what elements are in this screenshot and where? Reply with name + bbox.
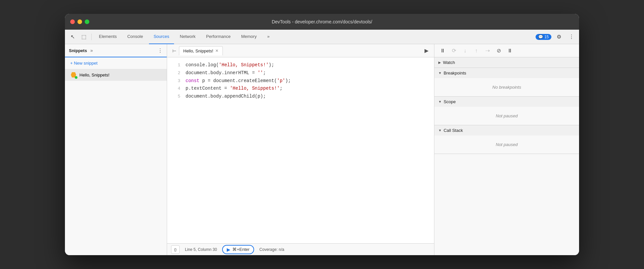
scope-not-paused-text: Not paused bbox=[440, 111, 574, 121]
traffic-lights bbox=[70, 19, 89, 24]
main-toolbar: ↖ ⬚ Elements Console Sources Network Per… bbox=[65, 30, 579, 44]
coverage-label: Coverage: n/a bbox=[259, 247, 284, 252]
scope-label: Scope bbox=[444, 99, 456, 104]
code-line-5: 5 document.body.appendChild(p); bbox=[167, 93, 434, 101]
pause-button[interactable]: ⏸ bbox=[438, 46, 447, 55]
divider bbox=[91, 34, 92, 40]
more-panels-icon[interactable]: » bbox=[89, 47, 94, 54]
badge-count: 15 bbox=[544, 35, 549, 39]
watch-arrow-icon: ▶ bbox=[438, 61, 441, 64]
tab-sources[interactable]: Sources bbox=[149, 30, 174, 44]
callstack-arrow-icon: ▼ bbox=[438, 129, 442, 132]
sidebar-header-icons: » bbox=[89, 47, 94, 54]
scope-body: Not paused bbox=[434, 107, 579, 125]
callstack-section: ▼ Call Stack Not paused bbox=[434, 125, 579, 154]
debugger-toolbar: ⏸ ⟳ ↓ ↑ ⇢ ⊘ ⏸ bbox=[434, 44, 579, 57]
code-text-4: p.textContent = 'Hello, Snippets!'; bbox=[186, 85, 282, 93]
editor-tab-label: Hello, Snippets! bbox=[183, 48, 213, 53]
code-text-1: console.log('Hello, Snippets!'); bbox=[186, 61, 274, 69]
code-text-2: document.body.innerHTML = ''; bbox=[186, 69, 266, 77]
pause-on-exceptions-button[interactable]: ⏸ bbox=[506, 46, 514, 55]
cursor-position: Line 5, Column 30 bbox=[185, 247, 217, 252]
snippet-dot bbox=[75, 76, 77, 79]
breakpoints-label: Breakpoints bbox=[444, 71, 466, 75]
play-icon: ▶ bbox=[227, 247, 230, 252]
watch-section: ▶ Watch bbox=[434, 57, 579, 68]
scope-section: ▼ Scope Not paused bbox=[434, 97, 579, 125]
more-options-icon[interactable]: ⋮ bbox=[567, 32, 576, 42]
devtools-window: DevTools - developer.chrome.com/docs/dev… bbox=[65, 14, 579, 255]
code-line-1: 1 console.log('Hello, Snippets!'); bbox=[167, 61, 434, 69]
watch-label: Watch bbox=[443, 60, 455, 65]
tab-console[interactable]: Console bbox=[123, 30, 148, 44]
code-line-4: 4 p.textContent = 'Hello, Snippets!'; bbox=[167, 85, 434, 93]
snippet-icon-wrap bbox=[70, 72, 77, 78]
cursor-icon[interactable]: ↖ bbox=[68, 32, 77, 42]
window-title: DevTools - developer.chrome.com/docs/dev… bbox=[272, 19, 372, 24]
code-line-3: 3 const p = document.createElement('p'); bbox=[167, 77, 434, 85]
run-shortcut-label: ⌘+Enter bbox=[232, 247, 249, 252]
scope-arrow-icon: ▼ bbox=[438, 100, 442, 104]
tab-network[interactable]: Network bbox=[175, 30, 200, 44]
inspect-icon[interactable]: ⬚ bbox=[79, 32, 89, 42]
sidebar-toggle-icon[interactable]: ⊢ bbox=[170, 46, 179, 55]
breakpoints-header[interactable]: ▼ Breakpoints bbox=[434, 68, 579, 78]
more-tabs[interactable]: » bbox=[263, 30, 274, 44]
titlebar: DevTools - developer.chrome.com/docs/dev… bbox=[65, 14, 579, 30]
close-button[interactable] bbox=[70, 19, 75, 24]
notification-badge[interactable]: 💬 15 bbox=[536, 34, 551, 40]
callstack-body: Not paused bbox=[434, 135, 579, 154]
sidebar-header: Snippets » ⋮ bbox=[65, 44, 167, 57]
tab-memory[interactable]: Memory bbox=[237, 30, 261, 44]
code-text-3: const p = document.createElement('p'); bbox=[186, 77, 291, 85]
badge-icon: 💬 bbox=[538, 35, 543, 39]
breakpoints-section: ▼ Breakpoints No breakpoints bbox=[434, 68, 579, 97]
maximize-button[interactable] bbox=[85, 19, 89, 24]
format-button[interactable]: {} bbox=[171, 245, 180, 254]
editor-area: ⊢ Hello, Snippets! ✕ ▶ 1 console.log('He… bbox=[167, 44, 434, 255]
no-breakpoints-text: No breakpoints bbox=[440, 82, 574, 92]
step-out-button[interactable]: ↑ bbox=[472, 46, 481, 55]
step-button[interactable]: ⇢ bbox=[483, 46, 492, 55]
new-snippet-button[interactable]: + New snippet bbox=[65, 57, 167, 69]
sidebar: Snippets » ⋮ + New snippet Hello, Snippe… bbox=[65, 44, 167, 255]
snippet-label: Hello, Snippets! bbox=[79, 73, 109, 77]
breakpoints-arrow-icon: ▼ bbox=[438, 71, 442, 75]
status-bar: {} Line 5, Column 30 ▶ ⌘+Enter Coverage:… bbox=[167, 243, 434, 255]
code-text-5: document.body.appendChild(p); bbox=[186, 93, 266, 101]
scope-header[interactable]: ▼ Scope bbox=[434, 97, 579, 107]
minimize-button[interactable] bbox=[77, 19, 82, 24]
line-number-3: 3 bbox=[172, 77, 180, 85]
main-content: Snippets » ⋮ + New snippet Hello, Snippe… bbox=[65, 44, 579, 255]
callstack-header[interactable]: ▼ Call Stack bbox=[434, 125, 579, 135]
line-number-4: 4 bbox=[172, 85, 180, 92]
right-panel: ⏸ ⟳ ↓ ↑ ⇢ ⊘ ⏸ ▶ Watch ▼ Breakpoints bbox=[434, 44, 579, 255]
tab-elements[interactable]: Elements bbox=[94, 30, 121, 44]
line-number-5: 5 bbox=[172, 93, 180, 100]
callstack-label: Call Stack bbox=[444, 128, 463, 133]
sidebar-title: Snippets bbox=[69, 48, 87, 53]
deactivate-breakpoints-button[interactable]: ⊘ bbox=[494, 46, 503, 55]
code-line-2: 2 document.body.innerHTML = ''; bbox=[167, 69, 434, 77]
breakpoints-body: No breakpoints bbox=[434, 78, 579, 96]
snippet-item[interactable]: Hello, Snippets! bbox=[65, 69, 167, 81]
callstack-not-paused-text: Not paused bbox=[440, 139, 574, 150]
tab-performance[interactable]: Performance bbox=[201, 30, 235, 44]
line-number-1: 1 bbox=[172, 62, 180, 69]
close-tab-icon[interactable]: ✕ bbox=[215, 48, 219, 53]
step-into-button[interactable]: ↓ bbox=[461, 46, 469, 55]
line-number-2: 2 bbox=[172, 70, 180, 77]
toolbar-right: 💬 15 ⚙ ⋮ bbox=[536, 32, 576, 42]
watch-header[interactable]: ▶ Watch bbox=[434, 57, 579, 68]
run-shortcut-button[interactable]: ▶ ⌘+Enter bbox=[222, 245, 254, 254]
run-snippet-button[interactable]: ▶ bbox=[422, 46, 431, 56]
settings-icon[interactable]: ⚙ bbox=[554, 32, 564, 42]
editor-tabs: ⊢ Hello, Snippets! ✕ ▶ bbox=[167, 44, 434, 57]
step-over-button[interactable]: ⟳ bbox=[450, 46, 458, 55]
sidebar-menu-icon[interactable]: ⋮ bbox=[158, 47, 163, 54]
editor-tab[interactable]: Hello, Snippets! ✕ bbox=[179, 46, 223, 55]
code-area[interactable]: 1 console.log('Hello, Snippets!'); 2 doc… bbox=[167, 57, 434, 243]
